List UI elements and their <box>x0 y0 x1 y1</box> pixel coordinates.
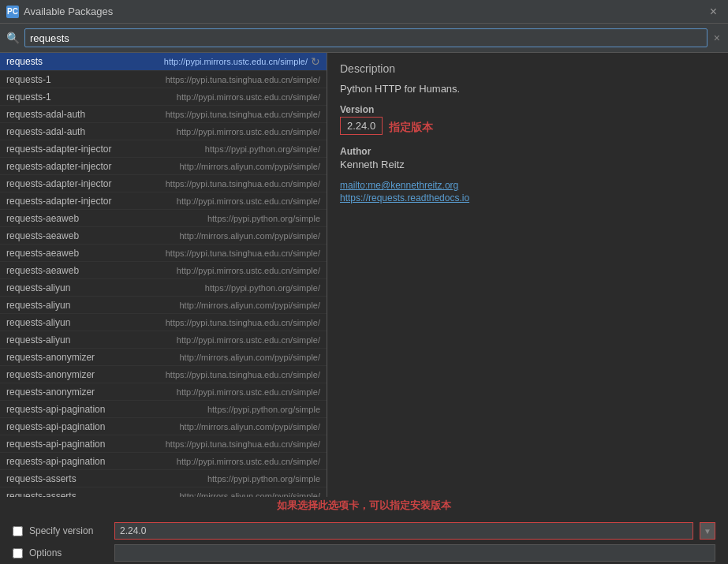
package-url: http://mirrors.aliyun.com/pypi/simple/ <box>133 162 320 171</box>
package-item[interactable]: requests-api-paginationhttps://pypi.tuna… <box>0 435 327 453</box>
package-name: requests-aliyun <box>6 300 133 311</box>
package-url: http://mirrors.aliyun.com/pypi/simple/ <box>133 491 320 498</box>
package-item[interactable]: requests-aeawebhttp://mirrors.aliyun.com… <box>0 227 327 245</box>
options-area: Specify version ▼ Options <box>0 517 728 564</box>
package-item[interactable]: requests-1http://pypi.mirrors.ustc.edu.c… <box>0 88 327 106</box>
package-url: https://pypi.tuna.tsinghua.edu.cn/simple… <box>133 318 320 327</box>
package-name: requests-api-pagination <box>6 456 133 467</box>
package-name: requests-1 <box>6 74 133 85</box>
title-bar: PC Available Packages × <box>0 0 728 24</box>
package-item[interactable]: requests-aliyunhttps://pypi.tuna.tsinghu… <box>0 314 327 331</box>
package-url: http://pypi.mirrors.ustc.edu.cn/simple/ <box>133 387 320 397</box>
package-url: https://pypi.tuna.tsinghua.edu.cn/simple… <box>133 370 320 379</box>
package-name: requests-adapter-injector <box>6 161 133 172</box>
package-item[interactable]: requests-adal-authhttp://pypi.mirrors.us… <box>0 123 327 140</box>
package-list-panel: requestshttp://pypi.mirrors.ustc.edu.cn/… <box>0 53 327 497</box>
package-item[interactable]: requests-api-paginationhttp://pypi.mirro… <box>0 453 327 470</box>
refresh-icon[interactable]: ↻ <box>311 55 320 68</box>
package-url: https://pypi.python.org/simple/ <box>133 283 320 293</box>
version-label: Version <box>340 104 715 115</box>
package-url: http://pypi.mirrors.ustc.edu.cn/simple/ <box>133 127 320 136</box>
package-url: https://pypi.python.org/simple <box>133 474 320 484</box>
package-item[interactable]: requests-aliyunhttps://pypi.python.org/s… <box>0 279 327 297</box>
package-item[interactable]: requestshttp://pypi.mirrors.ustc.edu.cn/… <box>0 53 327 71</box>
package-name: requests-aeaweb <box>6 265 133 276</box>
description-subtitle: Python HTTP for Humans. <box>340 83 715 95</box>
options-checkbox[interactable] <box>13 548 23 558</box>
package-name: requests-aliyun <box>6 334 133 345</box>
package-name: requests-adapter-injector <box>6 178 133 189</box>
package-url: https://pypi.tuna.tsinghua.edu.cn/simple… <box>133 110 320 119</box>
search-icon: 🔍 <box>6 32 20 44</box>
specify-version-checkbox[interactable] <box>13 526 23 536</box>
package-url: http://pypi.mirrors.ustc.edu.cn/simple/ <box>133 92 320 102</box>
package-name: requests-anonymizer <box>6 352 133 363</box>
specify-version-row: Specify version ▼ <box>13 522 715 540</box>
package-item[interactable]: requests-adapter-injectorhttp://pypi.mir… <box>0 192 327 210</box>
specify-version-annotation: 如果选择此选项卡，可以指定安装版本 <box>0 497 728 517</box>
package-item[interactable]: requests-aliyunhttp://mirrors.aliyun.com… <box>0 297 327 314</box>
link-email[interactable]: mailto:me@kennethreitz.org <box>340 180 715 191</box>
package-name: requests-api-pagination <box>6 439 133 450</box>
window-title: Available Packages <box>24 6 113 17</box>
package-name: requests <box>6 56 133 67</box>
package-item[interactable]: requests-1https://pypi.tuna.tsinghua.edu… <box>0 71 327 88</box>
package-item[interactable]: requests-aeawebhttps://pypi.tuna.tsinghu… <box>0 245 327 262</box>
version-value: 2.24.0 <box>340 117 383 135</box>
specify-version-dropdown[interactable]: ▼ <box>700 522 715 540</box>
package-name: requests-aeaweb <box>6 230 133 241</box>
package-name: requests-1 <box>6 92 133 103</box>
package-name: requests-asserts <box>6 491 133 498</box>
package-url: https://pypi.python.org/simple/ <box>133 144 320 154</box>
options-row: Options <box>13 544 715 562</box>
package-url: http://mirrors.aliyun.com/pypi/simple/ <box>133 422 320 431</box>
package-name: requests-anonymizer <box>6 369 133 380</box>
main-content: requestshttp://pypi.mirrors.ustc.edu.cn/… <box>0 53 728 497</box>
package-item[interactable]: requests-aeawebhttp://pypi.mirrors.ustc.… <box>0 262 327 279</box>
package-url: http://pypi.mirrors.ustc.edu.cn/simple/ <box>133 57 308 66</box>
package-item[interactable]: requests-adapter-injectorhttp://mirrors.… <box>0 158 327 175</box>
package-item[interactable]: requests-adal-authhttps://pypi.tuna.tsin… <box>0 106 327 123</box>
options-input[interactable] <box>114 544 715 562</box>
title-bar-left: PC Available Packages <box>6 6 113 18</box>
package-item[interactable]: requests-aliyunhttp://pypi.mirrors.ustc.… <box>0 331 327 349</box>
package-url: http://mirrors.aliyun.com/pypi/simple/ <box>133 353 320 362</box>
close-button[interactable]: × <box>705 3 722 21</box>
package-url: http://mirrors.aliyun.com/pypi/simple/ <box>133 231 320 241</box>
author-label: Author <box>340 146 715 157</box>
package-name: requests-aeaweb <box>6 248 133 259</box>
package-item[interactable]: requests-api-paginationhttps://pypi.pyth… <box>0 401 327 418</box>
package-url: http://pypi.mirrors.ustc.edu.cn/simple/ <box>133 457 320 466</box>
package-url: http://mirrors.aliyun.com/pypi/simple/ <box>133 301 320 310</box>
package-item[interactable]: requests-anonymizerhttps://pypi.tuna.tsi… <box>0 366 327 383</box>
package-item[interactable]: requests-adapter-injectorhttps://pypi.tu… <box>0 175 327 192</box>
package-url: https://pypi.python.org/simple <box>133 214 320 223</box>
package-name: requests-asserts <box>6 473 133 484</box>
package-url: http://pypi.mirrors.ustc.edu.cn/simple/ <box>133 196 320 206</box>
package-url: https://pypi.tuna.tsinghua.edu.cn/simple… <box>133 75 320 84</box>
package-item[interactable]: requests-adapter-injectorhttps://pypi.py… <box>0 140 327 158</box>
package-item[interactable]: requests-anonymizerhttp://pypi.mirrors.u… <box>0 383 327 401</box>
specify-version-input[interactable] <box>114 522 693 540</box>
search-clear-button[interactable]: × <box>712 30 722 46</box>
package-url: https://pypi.tuna.tsinghua.edu.cn/simple… <box>133 439 320 449</box>
package-item[interactable]: requests-assertshttp://mirrors.aliyun.co… <box>0 487 327 497</box>
package-item[interactable]: requests-assertshttps://pypi.python.org/… <box>0 470 327 487</box>
package-item[interactable]: requests-api-paginationhttp://mirrors.al… <box>0 418 327 435</box>
version-annotation: 指定版本 <box>389 121 433 135</box>
options-label: Options <box>29 547 108 558</box>
package-name: requests-adal-auth <box>6 109 133 120</box>
description-panel: Description Python HTTP for Humans. Vers… <box>327 53 728 497</box>
package-item[interactable]: requests-anonymizerhttp://mirrors.aliyun… <box>0 349 327 366</box>
package-name: requests-aeaweb <box>6 213 133 224</box>
app-icon: PC <box>6 6 19 18</box>
package-item[interactable]: requests-aeawebhttps://pypi.python.org/s… <box>0 210 327 227</box>
search-input[interactable] <box>24 28 707 47</box>
package-url: https://pypi.python.org/simple <box>133 405 320 414</box>
search-bar: 🔍 × <box>0 24 728 53</box>
package-name: requests-api-pagination <box>6 404 133 415</box>
package-url: https://pypi.tuna.tsinghua.edu.cn/simple… <box>133 179 320 189</box>
link-docs[interactable]: https://requests.readthedocs.io <box>340 192 715 204</box>
package-name: requests-adapter-injector <box>6 144 133 155</box>
specify-version-label: Specify version <box>29 525 108 536</box>
